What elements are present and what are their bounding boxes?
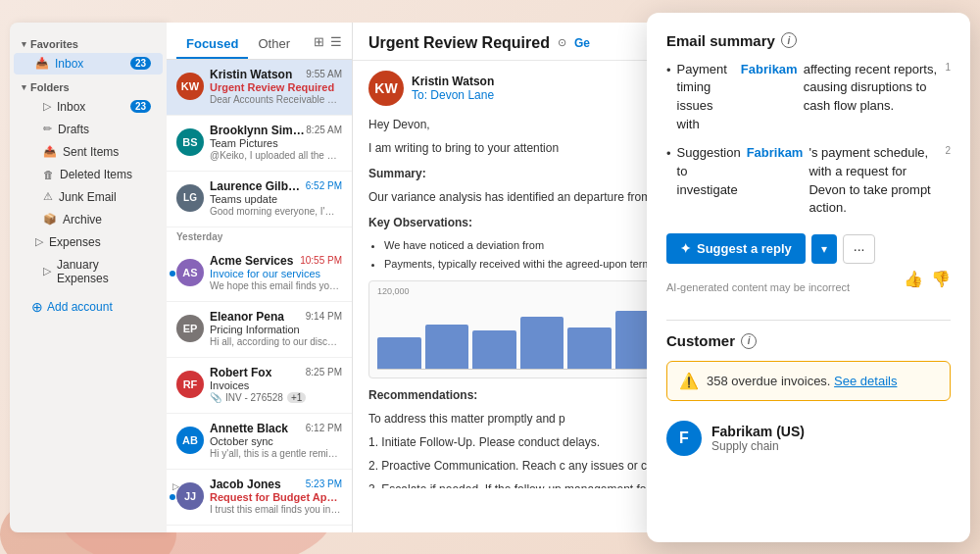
email-meta: Laurence Gilbertson 6:52 PM Teams update… [210, 179, 342, 217]
customer-card: F Fabrikam (US) Supply chain [666, 413, 951, 464]
bullet1-pre: Payment timing issues with [677, 61, 735, 134]
email-meta: Eleanor Pena 9:14 PM Pricing Information… [210, 310, 342, 347]
suggest-reply-label: Suggest a reply [697, 241, 792, 256]
customer-title-label: Customer [666, 332, 735, 349]
sent-icon: 📤 [43, 145, 57, 158]
jan-expenses-label: January Expenses [57, 258, 151, 285]
bullet2-brand[interactable]: Fabrikam [747, 144, 804, 218]
junk-label: Junk Email [59, 190, 117, 204]
email-subject: October sync [210, 435, 342, 447]
list-item[interactable]: EP Eleanor Pena 9:14 PM Pricing Informat… [167, 302, 352, 358]
email-time: 9:14 PM [306, 311, 342, 322]
email-time: 6:52 PM [306, 180, 342, 191]
ge-action[interactable]: Ge [574, 36, 590, 50]
customer-name: Fabrikam (US) [711, 424, 805, 439]
customer-section-title: Customer i [666, 332, 951, 349]
bullet1-brand[interactable]: Fabrikam [741, 61, 798, 134]
sidebar-item-sent[interactable]: 📤 Sent Items [14, 141, 163, 163]
chevron-down-icon-2: ▾ [22, 82, 26, 92]
email-sender: Eleanor Pena [210, 310, 284, 324]
email-sender: Acme Services [210, 254, 293, 268]
sidebar-item-expenses[interactable]: ▷ Expenses [14, 231, 163, 253]
inbox-fav-label: Inbox [55, 57, 83, 71]
ai-disclaimer: AI-generated content may be incorrect [666, 281, 850, 293]
sidebar-item-archive[interactable]: 📦 Archive [14, 209, 163, 230]
thumbs-down-button[interactable]: 👎 [931, 270, 951, 288]
email-time: 10:55 PM [300, 255, 342, 266]
email-subject: Team Pictures [210, 137, 342, 149]
ai-panel: Email summary i Payment timing issues wi… [647, 13, 970, 542]
bullet1-post: affecting recent reports, causing disrup… [804, 61, 938, 134]
list-item[interactable]: AS Acme Services 10:55 PM Invoice for ou… [167, 246, 352, 302]
drafts-label: Drafts [58, 123, 89, 136]
unread-indicator [170, 271, 175, 277]
sidebar-item-drafts[interactable]: ✏ Drafts [14, 119, 163, 140]
sidebar-item-inbox-fav[interactable]: 📥 Inbox 23 [14, 53, 163, 75]
inbox-label: Inbox [57, 100, 85, 114]
sidebar-item-inbox[interactable]: ▷ Inbox 23 [14, 96, 163, 118]
favorites-section[interactable]: ▾ Favorites [10, 32, 167, 52]
email-subject: Request for Budget Approval [210, 491, 342, 503]
suggest-reply-button[interactable]: ✦ Suggest a reply [666, 233, 806, 264]
suggest-dropdown-button[interactable]: ▾ [811, 234, 837, 264]
tab-other[interactable]: Other [248, 30, 300, 59]
list-item[interactable]: BS Brooklynn Simmons 8:25 AM Team Pictur… [167, 116, 352, 172]
filter-icon[interactable]: ☰ [330, 34, 342, 49]
deleted-label: Deleted Items [60, 168, 132, 181]
avatar: KW [176, 73, 204, 100]
email-preview: Good morning everyone, I'm pleased... [210, 206, 342, 217]
folders-section[interactable]: ▾ Folders [10, 76, 167, 95]
email-preview: @Keiko, I uploaded all the pictures fr..… [210, 150, 342, 161]
avatar: AS [176, 259, 204, 286]
thumbs-up-button[interactable]: 👍 [904, 270, 923, 288]
list-item[interactable]: KW Kristin Watson 9:55 AM Urgent Review … [167, 60, 352, 116]
customer-info-icon[interactable]: i [741, 333, 757, 349]
email-sender: Robert Fox [210, 366, 271, 379]
email-sender: Jacob Jones [210, 478, 281, 491]
sidebar-item-jan-expenses[interactable]: ▷ January Expenses [14, 254, 163, 289]
ai-bullets: Payment timing issues with Fabrikam affe… [666, 61, 951, 219]
email-subject: Teams update [210, 193, 342, 205]
email-from-details: Kristin Watson To: Devon Lane [412, 75, 494, 102]
customer-info: Fabrikam (US) Supply chain [711, 424, 805, 453]
sidebar-item-deleted[interactable]: 🗑 Deleted Items [14, 164, 163, 185]
email-subject: Invoice for our services [210, 268, 342, 279]
unread-indicator [170, 494, 175, 500]
list-item[interactable]: LG Laurence Gilbertson 6:52 PM Teams upd… [167, 172, 352, 227]
chart-bar [520, 317, 564, 369]
add-account-button[interactable]: ⊕ Add account [10, 293, 167, 319]
email-title-text: Urgent Review Required [368, 34, 550, 52]
sidebar-item-junk[interactable]: ⚠ Junk Email [14, 186, 163, 208]
see-details-link[interactable]: See details [834, 374, 897, 388]
customer-sub: Supply chain [711, 439, 805, 453]
compose-icon[interactable]: ⊞ [314, 34, 324, 49]
info-icon[interactable]: i [781, 32, 797, 48]
list-item[interactable]: RF Robert Fox 8:25 PM Invoices 📎 INV - 2… [167, 358, 352, 414]
avatar: RF [176, 371, 204, 398]
junk-icon: ⚠ [43, 190, 53, 203]
more-options-button[interactable]: ··· [843, 234, 876, 264]
email-subject: Pricing Information [210, 324, 342, 335]
tab-focused[interactable]: Focused [176, 30, 248, 59]
email-meta: Annette Black 6:12 PM October sync Hi y'… [210, 422, 342, 459]
customer-avatar: F [666, 421, 702, 456]
email-list-panel: Focused Other ⊞ ☰ KW Kristin Watson 9:55… [167, 23, 353, 532]
email-time: 5:23 PM [306, 478, 342, 489]
jan-expenses-expand-icon: ▷ [43, 265, 51, 277]
email-preview: Hi all, according to our discussion yes.… [210, 336, 342, 347]
ai-summary-label: Email summary [666, 32, 775, 49]
to-name: Devon Lane [430, 88, 494, 102]
list-item[interactable]: AB Annette Black 6:12 PM October sync Hi… [167, 414, 352, 470]
sender-avatar: KW [368, 71, 404, 106]
list-item[interactable]: ▷ JJ Jacob Jones 5:23 PM Request for Bud… [167, 470, 352, 526]
inbox-badge: 23 [130, 100, 151, 113]
list-item[interactable]: ▷ DR Dianne Russell 5:20 PM Monthly Fina… [167, 526, 352, 532]
chart-bar [567, 327, 612, 370]
chevron-down-icon: ▾ [22, 39, 26, 49]
sent-label: Sent Items [63, 145, 119, 159]
email-meta: Kristin Watson 9:55 AM Urgent Review Req… [210, 68, 342, 105]
email-meta: Robert Fox 8:25 PM Invoices 📎 INV - 2765… [210, 366, 342, 403]
attachment-icon: 📎 [210, 392, 221, 403]
email-preview: I trust this email finds you in good he.… [210, 504, 342, 515]
tab-action-icons: ⊞ ☰ [314, 34, 342, 55]
